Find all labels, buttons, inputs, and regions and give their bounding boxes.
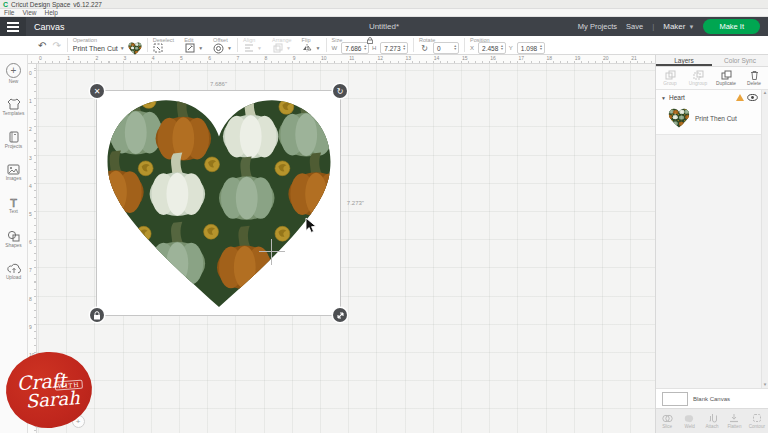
selection-bounding-box[interactable]: 7.686" 7.273" ✕ ↻ — [96, 90, 341, 316]
tab-color-sync[interactable]: Color Sync — [712, 55, 768, 66]
cricut-logo-icon: C — [3, 1, 8, 8]
menu-file[interactable]: File — [4, 9, 14, 16]
scroll-up-icon[interactable]: ▲ — [763, 90, 767, 96]
my-projects-link[interactable]: My Projects — [578, 22, 617, 31]
edit-caret-icon: ▼ — [198, 45, 203, 51]
flip-icon[interactable] — [302, 43, 313, 54]
pos-x-input[interactable]: 2.458 ▲▼ — [478, 42, 506, 54]
pos-x-label: X — [470, 45, 474, 51]
align-icon[interactable] — [243, 43, 254, 54]
h-ruler: 0123456789101112131415161718192021 — [28, 55, 655, 64]
align-caret-icon: ▼ — [257, 45, 262, 51]
canvas-color-swatch[interactable] — [662, 392, 688, 406]
rotate-handle[interactable]: ↻ — [333, 84, 347, 98]
width-stepper[interactable]: ▲▼ — [364, 45, 367, 51]
app-title: Cricut Design Space — [11, 1, 70, 8]
rotate-input[interactable]: 0 ▲▼ — [433, 42, 459, 54]
collapse-arrow-icon[interactable]: ▼ — [661, 95, 666, 101]
edit-icon[interactable] — [184, 43, 195, 54]
pos-x-stepper[interactable]: ▲▼ — [500, 45, 503, 51]
layer-group[interactable]: ▼ Heart Print Then Cut — [656, 90, 768, 135]
resize-handle[interactable] — [333, 308, 347, 322]
attach-button[interactable]: Attach — [701, 409, 723, 433]
logo-line3: Sarah — [25, 389, 80, 409]
selection-height-readout: 7.273" — [347, 200, 364, 206]
redo-icon[interactable]: ↷ — [52, 40, 60, 51]
lock-ratio-icon[interactable] — [366, 37, 373, 45]
scroll-down-icon[interactable]: ▼ — [763, 382, 767, 388]
height-stepper[interactable]: ▲▼ — [403, 45, 406, 51]
shapes-icon — [7, 230, 20, 242]
undo-icon[interactable]: ↶ — [38, 40, 46, 51]
combine-toolbar: Slice Weld Attach Flatten Contour — [656, 408, 768, 433]
pos-y-stepper[interactable]: ▲▼ — [539, 45, 542, 51]
layer-list: ▼ Heart Print Then Cut ▲ ▼ — [656, 90, 768, 388]
weld-button[interactable]: Weld — [678, 409, 700, 433]
app-header: Canvas Untitled* My Projects Save | Make… — [0, 17, 768, 36]
width-input[interactable]: 7.686 ▲▼ — [341, 42, 369, 54]
duplicate-icon — [721, 70, 732, 80]
flatten-button[interactable]: Flatten — [723, 409, 745, 433]
edit-group: Edit ▼ — [179, 36, 208, 54]
app-version: v6.12.227 — [73, 1, 102, 8]
deselect-icon[interactable] — [153, 43, 164, 54]
arrange-caret-icon: ▼ — [286, 45, 291, 51]
machine-selector[interactable]: Maker ▼ — [663, 22, 694, 31]
duplicate-button[interactable]: Duplicate — [712, 67, 740, 89]
edit-toolbar: ↶ ↷ Operation Print Then Cut▼ Deselect E… — [0, 36, 768, 55]
tab-layers[interactable]: Layers — [656, 55, 712, 66]
delete-button[interactable]: Delete — [740, 67, 768, 89]
layer-actions: Group Ungroup Duplicate Delete — [656, 67, 768, 90]
offset-group: Offset ▼ — [208, 36, 237, 54]
menu-help[interactable]: Help — [44, 9, 57, 16]
visibility-eye-icon[interactable] — [747, 94, 758, 101]
document-title[interactable]: Untitled* — [369, 22, 399, 31]
pattern-swatch[interactable] — [128, 42, 142, 55]
rotate-icon[interactable]: ↻ — [419, 43, 430, 54]
sidebar-item-new[interactable]: + New — [0, 57, 28, 90]
contour-icon — [752, 413, 762, 423]
layers-panel: Layers Color Sync Group Ungroup Duplicat… — [655, 55, 768, 433]
height-label: H — [372, 45, 376, 51]
upload-cloud-icon — [7, 263, 21, 274]
rotate-group: Rotate ↻ 0 ▲▼ — [414, 36, 464, 54]
sidebar-item-images[interactable]: Images — [0, 156, 28, 189]
panel-tabs: Layers Color Sync — [656, 55, 768, 67]
arrange-icon[interactable] — [272, 43, 283, 54]
operation-dropdown[interactable]: Print Then Cut▼ — [73, 45, 125, 52]
hamburger-menu-icon[interactable] — [0, 17, 26, 36]
sidebar-item-templates[interactable]: Templates — [0, 90, 28, 123]
width-label: W — [332, 45, 338, 51]
heart-pattern-shape[interactable] — [100, 93, 338, 313]
ungroup-button[interactable]: Ungroup — [684, 67, 712, 89]
layers-scrollbar[interactable]: ▲ ▼ — [761, 90, 768, 388]
sidebar-item-projects[interactable]: Projects — [0, 123, 28, 156]
layer-item-print-then-cut[interactable]: Print Then Cut — [656, 105, 768, 134]
sidebar-item-shapes[interactable]: Shapes — [0, 222, 28, 255]
flip-group: Flip ▼ — [297, 36, 326, 54]
flip-caret-icon: ▼ — [316, 45, 321, 51]
offset-icon[interactable] — [213, 43, 224, 54]
slice-button[interactable]: Slice — [656, 409, 678, 433]
tshirt-icon — [7, 98, 21, 110]
make-it-button[interactable]: Make It — [703, 19, 760, 34]
delete-handle[interactable]: ✕ — [90, 84, 104, 98]
position-group: Position X 2.458 ▲▼ Y 1.098 ▲▼ — [465, 36, 550, 54]
flatten-icon — [729, 413, 739, 423]
layer-item-label: Print Then Cut — [695, 115, 737, 122]
group-button[interactable]: Group — [656, 67, 684, 89]
menu-view[interactable]: View — [22, 9, 36, 16]
lock-handle[interactable] — [90, 308, 104, 322]
warning-icon[interactable] — [736, 94, 744, 101]
height-input[interactable]: 7.273 ▲▼ — [380, 42, 408, 54]
os-titlebar: C Cricut Design Space v6.12.227 — [0, 0, 768, 9]
rotate-stepper[interactable]: ▲▼ — [454, 45, 457, 51]
save-link[interactable]: Save — [626, 22, 643, 31]
trash-icon — [750, 70, 759, 80]
sidebar-item-text[interactable]: T Text — [0, 189, 28, 222]
layer-thumbnail — [668, 108, 690, 128]
design-canvas[interactable]: 0123456789101112131415161718192021 01234… — [28, 55, 655, 433]
sidebar-item-upload[interactable]: Upload — [0, 255, 28, 288]
contour-button[interactable]: Contour — [746, 409, 768, 433]
pos-y-input[interactable]: 1.098 ▲▼ — [517, 42, 545, 54]
